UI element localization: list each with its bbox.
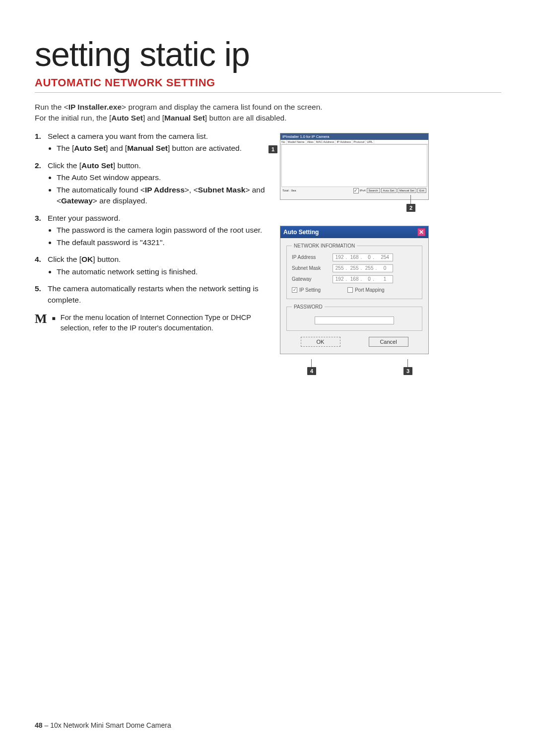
exit-button[interactable]: Exit [417,188,426,193]
password-legend: PASSWORD [292,304,325,310]
col-mac: MAC Address [315,140,336,144]
gateway-label: Gateway [292,276,329,282]
callout-3-line [407,359,408,367]
ipv4-checkbox[interactable]: ✓ [353,188,359,193]
step-3-bullet-1: The password is the camera login passwor… [57,225,268,236]
intro-bold: Manual Set [164,114,205,122]
ip-octet: 0 [378,265,393,272]
intro-paragraph: Run the <IP Installer.exe> program and d… [35,102,501,124]
gateway-field[interactable]: 19216801 [333,275,393,283]
callout-3: 3 [403,367,412,375]
intro-text: ] button are all disabled. [205,114,287,122]
t: ] button. [93,255,121,263]
ip-octet: 255 [363,265,378,272]
ip-octet: 192 [333,254,348,261]
col-ip: IP Address [335,140,352,144]
t: The automatically found < [57,186,145,194]
intro-bold: Auto Set [111,114,143,122]
ip-installer-columns: No Model Name Alias MAC Address IP Addre… [280,140,428,144]
subnet-mask-label: Subnet Mask [292,265,329,271]
step-4-bullet-1: The automatic network setting is finishe… [57,266,268,277]
intro-text: ] and [ [143,114,164,122]
step-5: The camera automatically restarts when t… [35,283,268,306]
page-footer: 48 – 10x Network Mini Smart Dome Camera [35,721,171,729]
ip-octet: 168 [348,254,363,261]
cancel-button[interactable]: Cancel [369,337,408,347]
intro-text: Run the < [35,103,68,111]
col-model: Model Name [287,140,306,144]
network-information-legend: NETWORK INFORMATION [292,243,357,249]
t: ] and [ [106,144,127,152]
auto-setting-dialog: Auto Setting ✕ NETWORK INFORMATION IP Ad… [280,226,429,354]
t: Click the [ [48,161,81,170]
password-input[interactable] [315,316,394,324]
intro-bold: IP Installer.exe [68,103,122,111]
t: >, < [185,186,198,194]
ip-address-field[interactable]: 1921680254 [333,253,393,261]
col-alias: Alias [306,140,315,144]
page-title: setting static ip [35,35,501,73]
t: Enter your password. [48,214,120,222]
t: Auto Set [74,144,106,152]
ip-installer-window: 1 IPInstaller 1.0 for IP Camera No Model… [280,133,429,200]
auto-setting-title-text: Auto Setting [283,229,319,236]
col-protocol: Protocol [352,140,366,144]
t: Auto Set [81,161,113,170]
ipv4-label: IPv4 [360,189,366,192]
ip-octet: 254 [378,254,393,261]
step-3: Enter your password. The password is the… [35,213,268,248]
note-m-icon: M [35,313,47,333]
step-2: Click the [Auto Set] button. The Auto Se… [35,160,268,207]
intro-text: > program and display the camera list fo… [122,103,323,111]
step-text: Select a camera you want from the camera… [48,132,208,140]
auto-set-button[interactable]: Auto Set [381,188,397,193]
ip-octet: 168 [348,276,363,283]
note-bullet-icon: ■ [52,313,56,333]
ip-octet: 255 [333,265,348,272]
ip-octet: 255 [348,265,363,272]
total-label: Total : 0ea [282,189,296,192]
note-row: M ■ For the menu location of Internet Co… [35,313,268,333]
auto-setting-titlebar: Auto Setting ✕ [280,226,428,238]
ip-octet: 0 [363,254,378,261]
callout-1: 1 [268,145,277,153]
t: Manual Set [127,144,168,152]
manual-set-button[interactable]: Manual Set [398,188,416,193]
step-1-bullet: The [Auto Set] and [Manual Set] button a… [57,143,268,154]
subnet-mask-field[interactable]: 2552552550 [333,264,393,272]
t: Subnet Mask [198,186,246,194]
callout-4-line [311,359,312,367]
t: OK [81,255,93,263]
port-mapping-label: Port Mapping [355,287,384,293]
camera-list[interactable] [281,144,427,187]
t: Click the [ [48,255,81,263]
callout-4: 4 [307,367,316,375]
ok-button[interactable]: OK [301,337,340,347]
page-number: 48 [35,721,43,729]
intro-text: For the initial run, the [ [35,114,111,122]
section-heading: AUTOMATIC NETWORK SETTING [35,76,501,93]
port-mapping-checkbox[interactable] [347,287,353,293]
col-no: No [280,140,287,144]
col-url: URL [366,140,374,144]
note-text: For the menu location of Internet Connec… [61,313,268,333]
footer-sep: – [43,721,51,729]
t: ] button are activated. [168,144,242,152]
callout-2: 2 [406,204,415,212]
network-information-group: NETWORK INFORMATION IP Address 192168025… [286,243,422,299]
ip-setting-checkbox[interactable]: ✓ [292,287,297,293]
search-button[interactable]: Search [367,188,380,193]
footer-text: 10x Network Mini Smart Dome Camera [50,721,171,729]
step-2-bullet-2: The automatically found <IP Address>, <S… [57,185,268,207]
ip-octet: 192 [333,276,348,283]
ip-octet: 1 [378,276,393,283]
step-2-bullet-1: The Auto Set window appears. [57,172,268,183]
step-4: Click the [OK] button. The automatic net… [35,254,268,277]
callout-2-line [410,195,411,204]
close-icon[interactable]: ✕ [417,228,425,236]
step-1: Select a camera you want from the camera… [35,131,268,154]
password-group: PASSWORD [286,304,422,331]
t: ] button. [113,161,141,170]
t: Gateway [61,196,93,205]
steps-list: Select a camera you want from the camera… [35,131,268,306]
